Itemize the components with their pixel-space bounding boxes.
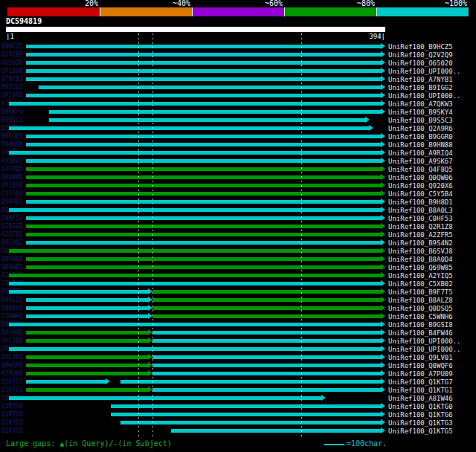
hit-row[interactable]: B9GSI8UniRef100_B9GSI8 [0, 320, 476, 329]
hit-row[interactable]: UPI000..UniRef100_UPI000.. [0, 91, 476, 100]
hit-label[interactable]: UniRef100_B8A0L3 [388, 207, 453, 214]
hit-row[interactable]: B4FW46UniRef100_B4FW46 [0, 329, 476, 337]
hit-row[interactable]: Q1KTG6UniRef100_Q1KTG6 [0, 410, 476, 419]
alignment-bar[interactable] [26, 265, 381, 269]
alignment-bar[interactable] [9, 290, 148, 294]
hit-row[interactable]: B6SVJ8UniRef100_B6SVJ8 [0, 247, 476, 255]
hit-label[interactable]: UniRef100_Q0DSQ5 [388, 305, 453, 312]
alignment-bar[interactable] [152, 331, 381, 335]
alignment-bar[interactable] [26, 61, 381, 65]
hit-label[interactable]: UniRef100_Q2V2Q9 [388, 51, 453, 59]
hit-row[interactable]: Q0QW06UniRef100_Q0QW06 [0, 173, 476, 181]
hit-label[interactable]: UniRef100_B9S5C3 [388, 117, 453, 124]
alignment-bar[interactable] [9, 126, 370, 130]
hit-row[interactable]: B8A0D4UniRef100_B8A0D4 [0, 255, 476, 263]
alignment-bar[interactable] [9, 274, 381, 277]
hit-label[interactable]: UniRef100_Q920X6 [388, 182, 453, 190]
alignment-bar[interactable] [26, 331, 148, 335]
hit-label[interactable]: UniRef100_Q9LV01 [388, 354, 453, 361]
alignment-bar[interactable] [26, 298, 148, 302]
hit-row[interactable]: B9HN88UniRef100_B9HN88 [0, 141, 476, 149]
hit-row[interactable]: Q1KTG3UniRef100_Q1KTG3 [0, 419, 476, 427]
hit-label[interactable]: UniRef100_B6SVJ8 [388, 248, 453, 255]
hit-label[interactable]: UniRef100_B9GGR0 [388, 133, 453, 141]
alignment-bar[interactable] [120, 421, 381, 424]
hit-row[interactable]: UPI000..UniRef100_UPI000.. [0, 67, 476, 75]
hit-row[interactable]: Q9LV01UniRef100_Q9LV01 [0, 353, 476, 361]
hit-row[interactable]: UPI000..UniRef100_UPI000.. [0, 337, 476, 345]
alignment-bar[interactable] [26, 69, 381, 73]
hit-row[interactable]: B9HCZ5UniRef100_B9HCZ5 [0, 42, 476, 51]
alignment-bar[interactable] [26, 159, 381, 163]
hit-label[interactable]: UniRef100_Q1KTG3 [388, 419, 453, 427]
hit-row[interactable]: B8A0L3UniRef100_B8A0L3 [0, 206, 476, 214]
hit-row[interactable]: B9SKY4UniRef100_B9SKY4 [0, 108, 476, 116]
alignment-bar[interactable] [26, 380, 106, 384]
hit-label[interactable]: UniRef100_B9H8D1 [388, 198, 453, 206]
alignment-bar[interactable] [9, 282, 381, 285]
alignment-bar[interactable] [111, 413, 381, 416]
hit-label[interactable]: UniRef100_A9SK67 [388, 158, 453, 165]
hit-label[interactable]: UniRef100_Q69W85 [388, 264, 453, 271]
hit-label[interactable]: UniRef100_UPI000.. [388, 68, 461, 75]
alignment-bar[interactable] [26, 77, 381, 81]
hit-label[interactable]: UniRef100_A7PU09 [388, 370, 453, 378]
hit-label[interactable]: UniRef100_A8IW46 [388, 395, 453, 402]
alignment-bar[interactable] [26, 314, 148, 318]
hit-label[interactable]: UniRef100_A7QKW3 [388, 100, 453, 108]
hit-label[interactable]: UniRef100_B4FW46 [388, 329, 453, 337]
alignment-bar[interactable] [26, 241, 381, 245]
hit-row[interactable]: A7QKW3UniRef100_A7QKW3 [0, 100, 476, 108]
hit-row[interactable]: B9IGG2UniRef100_B9IGG2 [0, 83, 476, 91]
alignment-bar[interactable] [26, 339, 148, 343]
hit-row[interactable]: C5Y5B4UniRef100_C5Y5B4 [0, 190, 476, 198]
hit-row[interactable]: Q1KTG7UniRef100_Q1KTG7 [0, 378, 476, 386]
alignment-bar[interactable] [26, 216, 381, 220]
hit-label[interactable]: UniRef100_A2YIQ5 [388, 272, 453, 280]
alignment-bar[interactable] [26, 225, 381, 228]
alignment-bar[interactable] [26, 306, 148, 310]
hit-label[interactable]: UniRef100_B9HCZ5 [388, 43, 453, 51]
alignment-bar[interactable] [9, 102, 381, 106]
hit-row[interactable]: A2ZFR5UniRef100_A2ZFR5 [0, 230, 476, 239]
alignment-bar[interactable] [26, 53, 381, 56]
hit-label[interactable]: UniRef100_C5XB02 [388, 280, 453, 288]
alignment-bar[interactable] [9, 323, 381, 326]
alignment-bar[interactable] [152, 290, 381, 294]
hit-row[interactable]: C5WNH6UniRef100_C5WNH6 [0, 312, 476, 320]
hit-label[interactable]: UniRef100_Q4F8Q5 [388, 166, 453, 173]
hit-label[interactable]: UniRef100_B9IGG2 [388, 84, 453, 91]
hit-label[interactable]: UniRef100_Q0QW06 [388, 174, 453, 181]
hit-label[interactable]: UniRef100_B9F7T5 [388, 288, 453, 296]
hit-row[interactable]: Q1KTG5UniRef100_Q1KTG5 [0, 427, 476, 435]
hit-label[interactable]: UniRef100_B9HN88 [388, 141, 453, 149]
hit-row[interactable]: UPI000..UniRef100_UPI000.. [0, 345, 476, 353]
hit-row[interactable]: Q4F8Q5UniRef100_Q4F8Q5 [0, 165, 476, 173]
alignment-bar[interactable] [26, 175, 381, 179]
alignment-bar[interactable] [152, 355, 381, 359]
hit-row[interactable]: B9S5C3UniRef100_B9S5C3 [0, 116, 476, 124]
hit-row[interactable]: C0HF53UniRef100_C0HF53 [0, 214, 476, 222]
hit-row[interactable]: Q920X6UniRef100_Q920X6 [0, 181, 476, 190]
alignment-bar[interactable] [152, 388, 381, 392]
alignment-bar[interactable] [152, 314, 381, 318]
alignment-bar[interactable] [111, 404, 381, 408]
hit-row[interactable]: A8IW46UniRef100_A8IW46 [0, 394, 476, 402]
hit-row[interactable]: Q2V2Q9UniRef100_Q2V2Q9 [0, 51, 476, 59]
hit-row[interactable]: Q2A9R6UniRef100_Q2A9R6 [0, 124, 476, 132]
hit-label[interactable]: UniRef100_B9GSI8 [388, 321, 453, 329]
hit-row[interactable]: A9SK67UniRef100_A9SK67 [0, 157, 476, 165]
alignment-bar[interactable] [26, 355, 148, 359]
alignment-bar[interactable] [152, 372, 381, 375]
hit-row[interactable]: B9H8D1UniRef100_B9H8D1 [0, 198, 476, 206]
hit-label[interactable]: UniRef100_A7NYB1 [388, 76, 453, 83]
alignment-bar[interactable] [9, 151, 381, 155]
hit-label[interactable]: UniRef100_A2ZFR5 [388, 231, 453, 239]
hit-label[interactable]: UniRef100_UPI000.. [388, 346, 461, 353]
alignment-bar[interactable] [26, 257, 381, 261]
hit-row[interactable]: Q69W85UniRef100_Q69W85 [0, 263, 476, 271]
alignment-bar[interactable] [26, 184, 381, 187]
hit-label[interactable]: UniRef100_Q1KTG1 [388, 387, 453, 394]
hit-label[interactable]: UniRef100_Q1KTG0 [388, 403, 453, 410]
hit-label[interactable]: UniRef100_Q1KTG6 [388, 411, 453, 419]
